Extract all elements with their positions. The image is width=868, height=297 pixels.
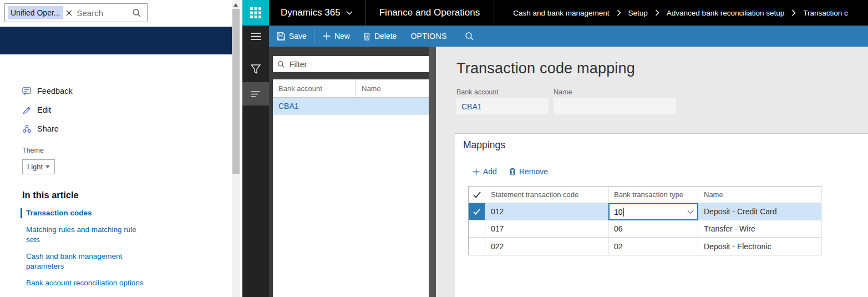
cell-mapping-name[interactable]: Deposit - Electronic [698, 238, 821, 255]
chip-close-icon[interactable] [66, 10, 72, 16]
breadcrumb-advanced-bank-reconciliation-setup[interactable]: Advanced bank reconciliation setup [667, 9, 784, 17]
cell-mapping-name[interactable]: Deposit - Credit Card [698, 203, 821, 220]
options-menu[interactable]: OPTIONS [410, 32, 446, 41]
list-icon [251, 91, 260, 97]
theme-select[interactable]: Light [22, 159, 55, 174]
new-button[interactable]: New [323, 32, 350, 41]
feedback-label: Feedback [37, 87, 73, 95]
scrollbar-thumb[interactable] [232, 9, 240, 174]
plus-icon [473, 168, 480, 175]
docs-search-box[interactable]: Unified Oper... [4, 3, 148, 22]
command-bar: Save New Delete OPTIONS [269, 26, 868, 47]
cell-bank-transaction-type[interactable]: 06 [608, 220, 698, 237]
delete-label: Delete [374, 32, 397, 41]
chevron-down-icon [45, 165, 50, 168]
breadcrumb-current-page[interactable]: Transaction c [803, 9, 848, 17]
article-link-matching-rules[interactable]: Matching rules and matching rule sets [21, 225, 159, 245]
side-nav-strip [242, 26, 269, 297]
article-link-bank-reconciliation-options[interactable]: Bank account reconciliation options [21, 278, 159, 288]
bank-account-field[interactable]: CBA1 [456, 98, 549, 114]
search-filter-chip[interactable]: Unified Oper... [8, 6, 63, 19]
edit-label: Edit [37, 105, 51, 114]
record-list: Bank account Name CBA1 [273, 79, 429, 297]
scroll-up-icon[interactable] [234, 3, 238, 7]
cell-mapping-name[interactable]: Transfer - Wire [698, 220, 821, 237]
new-label: New [334, 32, 350, 41]
docs-banner [0, 27, 232, 54]
remove-button[interactable]: Remove [509, 167, 548, 176]
article-link-cash-bank-parameters[interactable]: Cash and bank management parameters [21, 251, 159, 271]
remove-label: Remove [519, 167, 548, 176]
feedback-button[interactable]: Feedback [22, 85, 73, 97]
docs-scrollbar[interactable] [232, 0, 240, 297]
text-cursor [623, 208, 624, 217]
list-pane-button[interactable] [242, 82, 269, 105]
bank-account-value: CBA1 [461, 102, 482, 111]
in-this-article-heading: In this article [22, 190, 79, 200]
chevron-down-icon [346, 11, 353, 15]
mappings-grid: Statement transaction code Bank transact… [468, 186, 821, 255]
screen: Unified Oper... Feedback Edi [0, 0, 868, 297]
command-search-icon[interactable] [465, 32, 474, 41]
name-field[interactable] [554, 98, 676, 114]
table-row[interactable]: 017 06 Transfer - Wire [469, 220, 821, 238]
plus-icon [323, 32, 331, 40]
column-bank-account[interactable]: Bank account [273, 79, 356, 97]
bank-account-field-label: Bank account [456, 88, 499, 96]
filter-pane-button[interactable] [242, 56, 269, 82]
docs-search-input[interactable] [77, 8, 133, 18]
theme-value: Light [27, 163, 43, 171]
list-panel-scroll-strip[interactable] [429, 47, 436, 297]
app-name[interactable]: Finance and Operations [366, 0, 494, 26]
article-links: Transaction codes Matching rules and mat… [21, 208, 159, 295]
dynamics365-menu[interactable]: Dynamics 365 [269, 0, 365, 26]
share-button[interactable]: Share [22, 123, 73, 134]
check-icon [473, 209, 480, 215]
chevron-right-icon [655, 9, 659, 16]
theme-label: Theme [22, 147, 44, 154]
d365-app: Dynamics 365 Finance and Operations Cash… [242, 0, 868, 297]
cell-bank-transaction-type[interactable]: 02 [608, 238, 698, 255]
article-link-transaction-codes[interactable]: Transaction codes [21, 208, 159, 218]
chevron-right-icon [617, 9, 621, 16]
column-bank-transaction-type[interactable]: Bank transaction type [608, 187, 698, 203]
edit-button[interactable]: Edit [22, 104, 73, 115]
trash-icon [509, 168, 516, 175]
mappings-section: Mappings Add Remove [455, 133, 868, 297]
filter-input[interactable] [290, 60, 424, 69]
trash-icon [363, 32, 370, 41]
combobox-chevron-down-icon[interactable] [687, 210, 694, 214]
hamburger-menu-button[interactable] [242, 26, 269, 47]
save-icon [277, 32, 285, 41]
column-name[interactable]: Name [356, 84, 381, 93]
options-label: OPTIONS [410, 32, 446, 41]
breadcrumb-setup[interactable]: Setup [628, 9, 648, 17]
breadcrumb-module[interactable]: Cash and bank management [513, 9, 609, 17]
column-statement-transaction-code[interactable]: Statement transaction code [485, 187, 608, 203]
add-button[interactable]: Add [473, 167, 497, 176]
name-field-label: Name [554, 88, 572, 96]
row-checkbox[interactable] [469, 238, 485, 255]
filter-box[interactable] [273, 56, 429, 72]
table-row[interactable]: 012 10 Deposit - C [469, 203, 821, 220]
delete-button[interactable]: Delete [363, 32, 397, 41]
table-row[interactable]: 022 02 Deposit - Electronic [469, 238, 821, 255]
docs-panel: Unified Oper... Feedback Edi [0, 0, 232, 297]
mappings-section-title: Mappings [463, 139, 505, 151]
app-launcher-button[interactable] [242, 0, 269, 26]
search-icon[interactable] [132, 8, 141, 18]
check-icon [473, 192, 481, 198]
cell-statement-code[interactable]: 012 [485, 203, 608, 220]
waffle-icon [250, 7, 262, 19]
save-button[interactable]: Save [277, 32, 307, 41]
bank-transaction-type-combobox[interactable]: 10 [608, 203, 698, 220]
cell-statement-code[interactable]: 017 [485, 220, 608, 237]
mappings-actions: Add Remove [473, 167, 548, 176]
list-item-cba1[interactable]: CBA1 [273, 98, 429, 115]
row-checkbox[interactable] [469, 220, 485, 237]
cell-statement-code[interactable]: 022 [485, 238, 608, 255]
select-all-header[interactable] [469, 187, 485, 203]
row-selected-checkbox[interactable] [469, 203, 485, 220]
column-mapping-name[interactable]: Name [698, 187, 821, 203]
list-item-bank-account: CBA1 [278, 102, 299, 110]
